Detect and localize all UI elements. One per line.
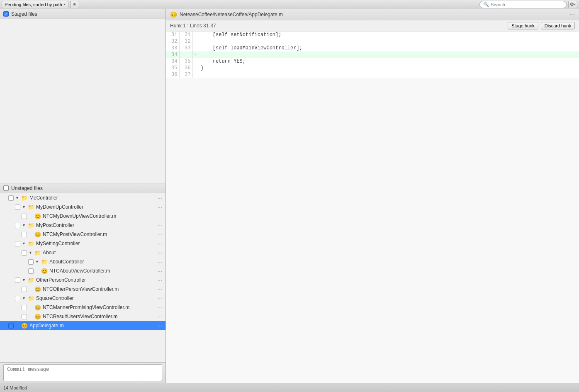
item-checkbox[interactable] <box>22 287 27 292</box>
item-name: NTCResultUsersViewController.m <box>43 314 156 319</box>
list-item[interactable]: 😊 NTCAboutViewController.m ··· <box>0 266 165 275</box>
diff-line: 34 + <box>166 51 579 58</box>
item-icon: 😊 <box>34 213 41 219</box>
item-name: NTCMyDownUpViewController.m <box>43 213 162 219</box>
line-gutter <box>192 32 199 38</box>
list-item[interactable]: ▼ 📁 About ··· <box>0 248 165 257</box>
list-item[interactable]: ▼ 📁 AboutController ··· <box>0 257 165 266</box>
item-name: MySettingController <box>36 241 156 246</box>
staged-label: Staged files <box>11 11 37 17</box>
list-item[interactable]: 😊 NTCMannerPromisingViewController.m ··· <box>0 303 165 312</box>
list-item[interactable]: 😊 NTCMyDownUpViewController.m <box>0 212 165 221</box>
line-code: return YES; <box>199 58 579 65</box>
list-item[interactable]: ▼ 📁 MeController ··· <box>0 193 165 202</box>
list-item[interactable]: ▼ 📁 MyPostController ··· <box>0 221 165 230</box>
list-item[interactable]: 😊 NTCOtherPersonViewController.m ··· <box>0 285 165 294</box>
item-dots-button[interactable]: ··· <box>157 222 162 229</box>
staged-checkbox[interactable] <box>3 11 9 17</box>
file-options-button[interactable]: ··· <box>569 11 575 18</box>
item-dots-button[interactable]: ··· <box>157 295 162 302</box>
item-checkbox[interactable] <box>15 296 20 301</box>
line-code: [self loadMainViewController]; <box>199 45 579 51</box>
search-input[interactable] <box>491 2 557 7</box>
item-checkbox[interactable] <box>15 278 20 283</box>
item-checkbox[interactable] <box>15 223 20 228</box>
item-checkbox[interactable] <box>28 259 34 265</box>
item-icon: 📁 <box>34 250 41 256</box>
item-arrow: ▼ <box>22 241 26 246</box>
item-dots-button[interactable]: ··· <box>157 313 162 320</box>
line-gutter <box>192 38 199 45</box>
item-checkbox[interactable] <box>22 250 27 256</box>
item-arrow: ▼ <box>35 260 39 264</box>
old-line-num: 35 <box>166 65 179 71</box>
item-dots-button[interactable]: ··· <box>157 304 162 311</box>
diff-line: 31 31 [self setNotification]; <box>166 32 579 38</box>
new-line-num <box>179 51 192 58</box>
item-arrow: ▼ <box>22 223 26 227</box>
item-dots-button[interactable]: ··· <box>157 258 162 265</box>
diff-line: 35 36 } <box>166 65 579 71</box>
item-dots-button[interactable]: ··· <box>157 249 162 256</box>
item-name: NTCMannerPromisingViewController.m <box>43 304 156 310</box>
hamburger-button[interactable]: ≡ <box>70 1 79 8</box>
discard-hunk-button[interactable]: Discard hunk <box>541 22 575 29</box>
item-checkbox[interactable] <box>15 205 20 210</box>
item-dots-button[interactable]: ··· <box>157 240 162 247</box>
search-icon: 🔍 <box>483 2 489 7</box>
item-name: OtherPersonController <box>36 277 156 283</box>
commit-input[interactable] <box>3 364 162 381</box>
file-header: 😊 NeteaseCoffee/NeteaseCoffee/AppDelegat… <box>166 9 579 20</box>
list-item[interactable]: ▼ 📁 MySettingController ··· <box>0 239 165 248</box>
item-dots-button[interactable]: ··· <box>157 231 162 238</box>
item-icon: 😊 <box>34 231 41 238</box>
old-line-num: 34 <box>166 51 179 58</box>
item-dots-button[interactable]: ··· <box>157 322 162 329</box>
item-name: SquareController <box>36 295 156 301</box>
sort-label: Pending files, sorted by path <box>5 2 62 7</box>
item-icon: 📁 <box>28 241 34 247</box>
item-checkbox[interactable] <box>22 214 27 219</box>
line-gutter <box>192 58 199 65</box>
hamburger-icon: ≡ <box>73 2 76 7</box>
item-checkbox[interactable] <box>22 232 27 237</box>
item-name: MyDownUpController <box>36 204 156 210</box>
item-icon: 😊 <box>34 286 41 292</box>
search-box: 🔍 <box>479 1 567 8</box>
list-item[interactable]: ▼ 📁 OtherPersonController ··· <box>0 275 165 285</box>
staged-header: Staged files <box>0 9 165 19</box>
right-panel: 😊 NeteaseCoffee/NeteaseCoffee/AppDelegat… <box>166 9 579 383</box>
unstaged-checkbox[interactable] <box>3 185 9 191</box>
diff-table: 31 31 [self setNotification]; 32 32 33 3… <box>166 32 579 78</box>
item-dots-button[interactable]: ··· <box>157 277 162 283</box>
list-item[interactable]: 😊 AppDelegate.m ··· <box>0 321 165 330</box>
status-text: 14 Modified <box>3 385 27 390</box>
list-item[interactable]: ▼ 📁 SquareController ··· <box>0 294 165 303</box>
item-icon: 📁 <box>28 222 34 229</box>
line-gutter <box>192 65 199 71</box>
item-dots-button[interactable]: ··· <box>157 204 162 210</box>
diff-content: 31 31 [self setNotification]; 32 32 33 3… <box>166 32 579 383</box>
gear-button[interactable]: ⚙ ▾ <box>568 1 577 8</box>
file-path: NeteaseCoffee/NeteaseCoffee/AppDelegate.… <box>180 12 567 17</box>
item-name: AppDelegate.m <box>29 323 156 329</box>
item-checkbox[interactable] <box>8 323 14 329</box>
item-dots-button[interactable]: ··· <box>157 268 162 274</box>
item-icon: 📁 <box>41 259 48 265</box>
item-checkbox[interactable] <box>28 268 34 274</box>
item-dots-button[interactable]: ··· <box>157 195 162 201</box>
item-checkbox[interactable] <box>22 314 27 319</box>
item-checkbox[interactable] <box>22 305 27 310</box>
list-item[interactable]: ▼ 📁 MyDownUpController ··· <box>0 202 165 212</box>
stage-hunk-button[interactable]: Stage hunk <box>508 22 538 29</box>
status-bar: 14 Modified <box>0 383 579 392</box>
list-item[interactable]: 😊 NTCMyPostViewController.m ··· <box>0 230 165 239</box>
list-item[interactable]: 😊 NTCResultUsersViewController.m ··· <box>0 312 165 321</box>
item-dots-button[interactable]: ··· <box>157 286 162 292</box>
item-arrow: ▼ <box>22 205 26 209</box>
sort-dropdown[interactable]: Pending files, sorted by path ▾ <box>2 1 68 8</box>
item-checkbox[interactable] <box>8 195 14 201</box>
item-checkbox[interactable] <box>15 241 20 246</box>
line-code <box>199 38 579 45</box>
line-gutter: + <box>192 51 199 58</box>
